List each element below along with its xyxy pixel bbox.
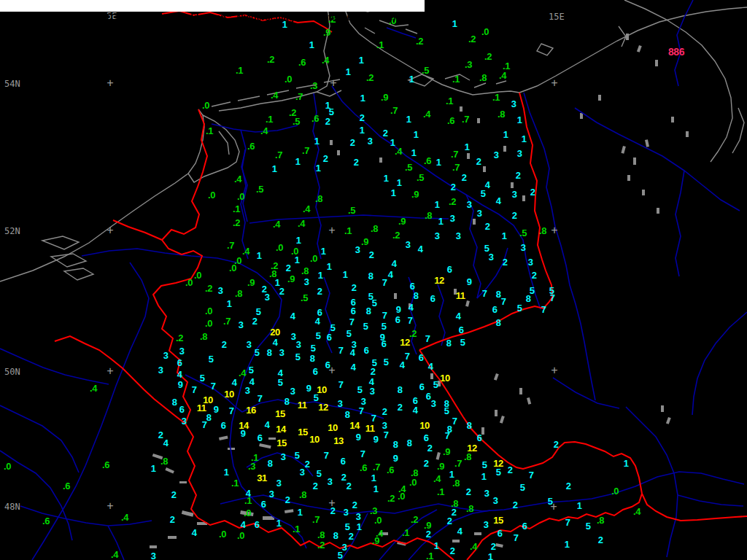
station-value: .8 (235, 288, 242, 299)
station-value: 9 (214, 404, 219, 415)
station-value: 8 (310, 353, 315, 364)
station-value: .7 (451, 149, 458, 160)
special-station-value: 886 (668, 46, 684, 58)
station-value: .8 (466, 503, 473, 514)
station-value: 3 (517, 148, 522, 159)
station-value: 2 (452, 507, 457, 518)
station-value: 10 (309, 434, 319, 445)
station-value: 2 (426, 529, 431, 540)
station-value: 2 (530, 187, 535, 198)
station-value: 3 (528, 257, 533, 268)
station-value: .1 (293, 524, 300, 534)
station-value: .6 (247, 141, 255, 152)
station-value: 8 (496, 317, 501, 328)
station-value: 2 (354, 157, 359, 168)
station-value: 14 (349, 420, 359, 431)
station-value: 5 (338, 550, 343, 560)
station-value: 2 (360, 112, 365, 123)
station-value: 1 (409, 74, 414, 85)
station-value: .9 (323, 27, 330, 38)
station-value: .0 (398, 491, 405, 502)
station-value: 9 (241, 428, 246, 439)
station-value: 1 (503, 129, 508, 140)
station-value: 2 (485, 221, 490, 232)
station-value: .1 (231, 478, 239, 489)
station-value: .1 (344, 225, 352, 236)
station-value: 2 (371, 366, 376, 377)
station-value: 6 (341, 456, 346, 467)
station-value: 8 (345, 409, 350, 420)
station-value: 2 (279, 286, 285, 297)
station-value: 6 (395, 314, 400, 325)
station-value: .9 (287, 273, 295, 284)
station-value: 6 (261, 499, 266, 510)
station-value: 2 (305, 459, 310, 470)
station-value: 3 (450, 213, 455, 224)
station-value: 1 (359, 55, 364, 66)
station-value: .2 (205, 283, 212, 294)
station-value: 6 (492, 304, 498, 315)
grid-label-54n: 54N (4, 79, 20, 89)
station-value: 7 (550, 292, 555, 303)
station-value: .1 (402, 527, 409, 538)
station-value: .8 (299, 489, 306, 500)
station-value: 2 (286, 262, 291, 273)
station-value: 5 (357, 384, 363, 395)
station-value: 10 (328, 422, 337, 433)
grid-label-15e: 15E (549, 12, 565, 22)
station-value: 6 (459, 324, 464, 335)
grid-cross: + (551, 77, 557, 90)
station-value: 2 (451, 182, 456, 192)
station-value: .2 (267, 54, 274, 65)
station-value: .4 (633, 506, 640, 517)
station-value: 3 (355, 244, 360, 255)
station-value: 7 (359, 405, 364, 416)
station-value: 7 (360, 448, 365, 459)
station-value: 1 (316, 163, 321, 174)
station-value: 1 (434, 540, 439, 551)
station-value: 8 (333, 530, 338, 541)
station-value: 9 (396, 304, 401, 315)
station-value: 1 (224, 467, 229, 478)
station-value: 3 (467, 199, 472, 210)
station-value: 4 (265, 419, 270, 430)
station-value: .4 (322, 55, 329, 66)
station-value: 4 (409, 302, 414, 313)
station-value: 8 (407, 438, 412, 448)
station-value: .4 (423, 109, 430, 120)
station-value: .4 (234, 174, 241, 184)
station-value: .2 (317, 540, 325, 551)
station-value: 7 (192, 384, 197, 395)
station-value: 10 (224, 389, 233, 400)
station-value: 4 (350, 347, 355, 358)
station-value: 5 (372, 298, 377, 308)
station-value: 14 (276, 424, 285, 435)
station-value: 1 (360, 125, 365, 136)
station-value: 5 (295, 450, 300, 461)
station-value: 1 (384, 173, 389, 184)
station-value: 9 (393, 453, 398, 464)
grid-cross: + (107, 77, 113, 90)
station-value: .4 (470, 541, 477, 552)
station-value: 5 (586, 521, 591, 532)
station-value: .0 (202, 100, 209, 111)
station-value: 1 (346, 66, 351, 77)
station-value: 5 (520, 482, 525, 493)
station-value: 8 (393, 439, 398, 450)
station-value: .5 (417, 172, 424, 183)
station-value: 1 (624, 458, 629, 469)
station-value: 2 (450, 545, 455, 556)
station-value: 5 (316, 330, 321, 341)
station-value: 1 (391, 187, 396, 198)
station-value: .9 (443, 446, 450, 457)
station-value: 5 (444, 405, 449, 416)
station-value: .8 (425, 210, 432, 221)
station-value: 11 (365, 423, 375, 434)
station-value: 11 (456, 290, 465, 301)
station-value: 2 (532, 270, 537, 281)
station-value: .1 (376, 39, 384, 50)
station-value: 6 (255, 519, 260, 530)
station-value: 4 (177, 369, 182, 380)
station-value: 4 (392, 258, 397, 269)
station-value: 12 (318, 402, 328, 413)
